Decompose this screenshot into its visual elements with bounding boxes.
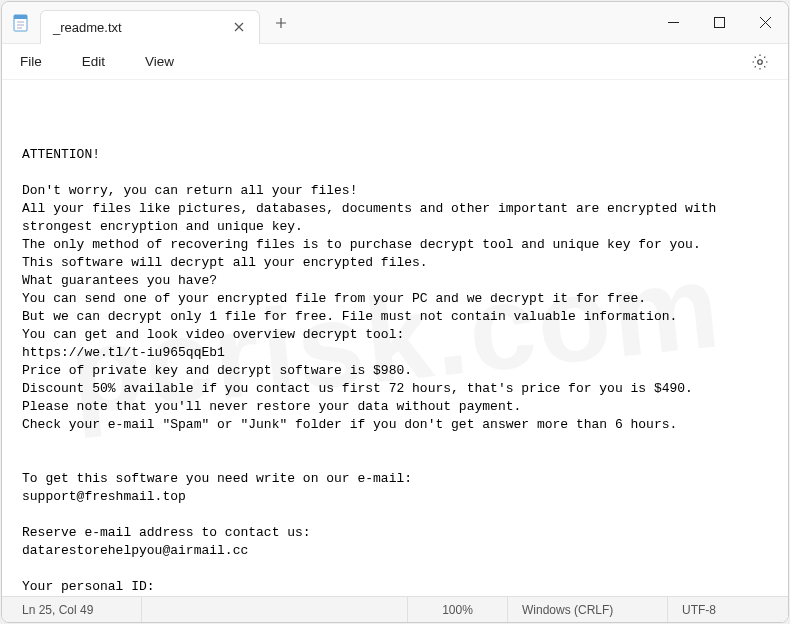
text-line: support@freshmail.top [22,489,186,504]
menu-view[interactable]: View [135,50,192,73]
svg-rect-1 [14,15,27,19]
status-encoding[interactable]: UTF-8 [668,597,788,622]
text-line: The only method of recovering files is t… [22,237,701,252]
text-line: You can get and look video overview decr… [22,327,404,342]
status-spacer [142,597,408,622]
menubar: File Edit View [2,44,788,80]
settings-button[interactable] [746,48,774,76]
titlebar: _readme.txt [2,2,788,44]
text-content-area[interactable]: pcrisk.com ATTENTION! Don't worry, you c… [2,80,788,596]
text-line: But we can decrypt only 1 file for free.… [22,309,677,324]
text-line: Discount 50% available if you contact us… [22,381,693,396]
text-line: datarestorehelpyou@airmail.cc [22,543,248,558]
tab-close-button[interactable] [231,19,247,35]
text-line: https://we.tl/t-iu965qqEb1 [22,345,225,360]
text-line: This software will decrypt all your encr… [22,255,428,270]
text-line: Your personal ID: [22,579,155,594]
status-eol[interactable]: Windows (CRLF) [508,597,668,622]
notepad-window: _readme.txt File Edit View [1,1,789,623]
text-line: Check your e-mail "Spam" or "Junk" folde… [22,417,677,432]
text-line: Reserve e-mail address to contact us: [22,525,311,540]
text-line: Don't worry, you can return all your fil… [22,183,357,198]
new-tab-button[interactable] [266,8,296,38]
menu-edit[interactable]: Edit [72,50,123,73]
text-line: To get this software you need write on o… [22,471,412,486]
text-line: You can send one of your encrypted file … [22,291,646,306]
window-controls [650,2,788,44]
text-line: Price of private key and decrypt softwar… [22,363,412,378]
minimize-button[interactable] [650,2,696,44]
status-zoom[interactable]: 100% [408,597,508,622]
maximize-button[interactable] [696,2,742,44]
tab-title: _readme.txt [53,20,231,35]
svg-point-6 [758,59,763,64]
text-line: Please note that you'll never restore yo… [22,399,521,414]
statusbar: Ln 25, Col 49 100% Windows (CRLF) UTF-8 [2,596,788,622]
text-line: ATTENTION! [22,147,100,162]
notepad-icon [12,14,30,32]
tab-readme[interactable]: _readme.txt [40,10,260,44]
menu-file[interactable]: File [10,50,60,73]
close-button[interactable] [742,2,788,44]
svg-rect-5 [714,18,724,28]
text-line: All your files like pictures, databases,… [22,201,724,234]
status-position[interactable]: Ln 25, Col 49 [2,597,142,622]
text-line: What guarantees you have? [22,273,217,288]
